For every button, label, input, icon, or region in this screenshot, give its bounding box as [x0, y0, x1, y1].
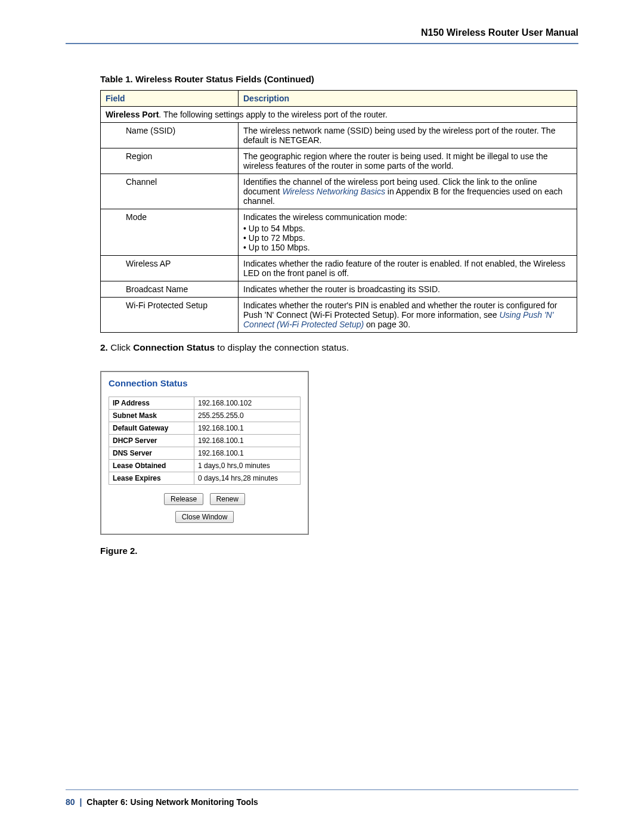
section-title: Wireless Port [106, 110, 159, 119]
col-header-field: Field [101, 91, 239, 107]
close-window-button[interactable]: Close Window [175, 511, 234, 523]
field-name: Region [121, 148, 239, 174]
table-row: Lease Obtained1 days,0 hrs,0 minutes [109, 460, 301, 472]
field-name: Channel [121, 174, 239, 209]
table-row: IP Address192.168.100.102 [109, 397, 301, 410]
field-desc: Indicates the wireless communication mod… [239, 209, 577, 256]
field-name: Wireless AP [121, 256, 239, 281]
table-row: DNS Server192.168.100.1 [109, 447, 301, 460]
field-name: Name (SSID) [121, 123, 239, 148]
table-row: Region The geographic region where the r… [101, 148, 577, 174]
connection-status-table: IP Address192.168.100.102 Subnet Mask255… [109, 397, 301, 485]
table-caption: Table 1. Wireless Router Status Fields (… [100, 74, 578, 84]
table-section-row: Wireless Port. The following settings ap… [101, 107, 577, 123]
page-footer: 80 | Chapter 6: Using Network Monitoring… [66, 789, 578, 807]
field-desc: Indicates whether the radio feature of t… [239, 256, 577, 281]
section-text: . The following settings apply to the wi… [159, 110, 387, 119]
figure-caption: Figure 2. [100, 546, 578, 556]
doc-link[interactable]: Wireless Networking Basics [282, 187, 385, 196]
field-desc: Indicates whether the router is broadcas… [239, 281, 577, 298]
chapter-title: Chapter 6: Using Network Monitoring Tool… [86, 797, 258, 807]
field-desc: Identifies the channel of the wireless p… [239, 174, 577, 209]
field-desc: The wireless network name (SSID) being u… [239, 123, 577, 148]
table-row: Wireless AP Indicates whether the radio … [101, 256, 577, 281]
header-rule [66, 43, 578, 44]
col-header-description: Description [239, 91, 577, 107]
table-row: Subnet Mask255.255.255.0 [109, 410, 301, 422]
release-button[interactable]: Release [164, 493, 203, 505]
list-item: Up to 72 Mbps. [243, 233, 572, 243]
field-name: Wi-Fi Protected Setup [121, 298, 239, 333]
list-item: Up to 150 Mbps. [243, 243, 572, 252]
table-row: DHCP Server192.168.100.1 [109, 435, 301, 447]
table-row: Wi-Fi Protected Setup Indicates whether … [101, 298, 577, 333]
table-row: Lease Expires0 days,14 hrs,28 minutes [109, 472, 301, 485]
table-row: Channel Identifies the channel of the wi… [101, 174, 577, 209]
renew-button[interactable]: Renew [210, 493, 245, 505]
table-row: Name (SSID) The wireless network name (S… [101, 123, 577, 148]
field-name: Mode [121, 209, 239, 256]
panel-title: Connection Status [109, 378, 301, 388]
table-row: Default Gateway192.168.100.1 [109, 422, 301, 435]
page-number: 80 [66, 797, 75, 807]
table-row: Mode Indicates the wireless communicatio… [101, 209, 577, 256]
connection-status-panel: Connection Status IP Address192.168.100.… [100, 371, 309, 535]
document-header: N150 Wireless Router User Manual [66, 27, 578, 38]
instruction-step: 2. Click Connection Status to display th… [100, 342, 578, 353]
field-desc: Indicates whether the router's PIN is en… [239, 298, 577, 333]
field-desc: The geographic region where the router i… [239, 148, 577, 174]
list-item: Up to 54 Mbps. [243, 224, 572, 233]
field-name: Broadcast Name [121, 281, 239, 298]
status-fields-table: Field Description Wireless Port. The fol… [100, 90, 577, 333]
table-row: Broadcast Name Indicates whether the rou… [101, 281, 577, 298]
